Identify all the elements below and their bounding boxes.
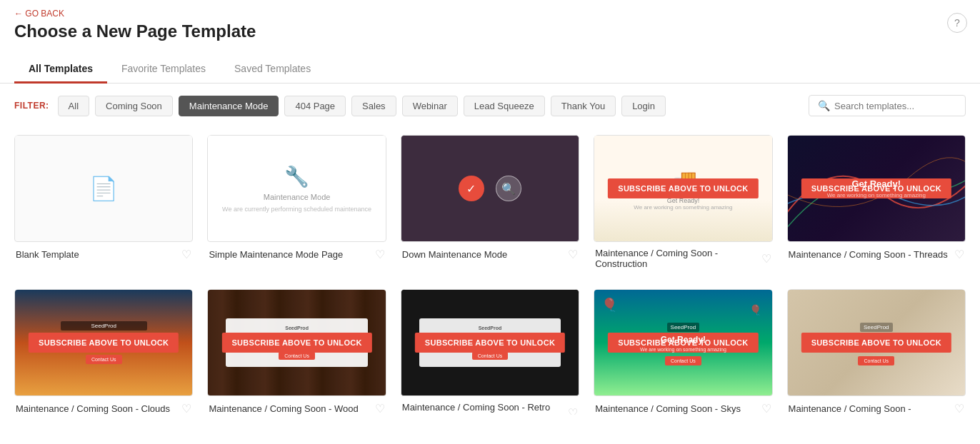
template-grid: 📄 Blank Template ♡ 🔧 Maintenance Mode We… (0, 128, 980, 415)
template-name-skys: Maintenance / Coming Soon - Skys (595, 403, 741, 414)
favorite-icon-indoor[interactable]: ♡ (954, 402, 964, 415)
template-preview-simple: 🔧 Maintenance Mode We are currently perf… (207, 135, 386, 242)
filter-coming-soon[interactable]: Coming Soon (95, 96, 173, 116)
check-circle-icon: ✓ (459, 176, 484, 201)
template-name-threads: Maintenance / Coming Soon - Threads (789, 249, 948, 260)
tabs-row: All Templates Favorite Templates Saved T… (0, 56, 980, 84)
tab-all-templates[interactable]: All Templates (14, 56, 107, 84)
template-preview-wood: SeedProd Get Ready! We are working on so… (207, 289, 386, 396)
filter-label: FILTER: (14, 101, 49, 111)
card-footer-blank: Blank Template ♡ (14, 242, 193, 267)
favorite-icon-simple[interactable]: ♡ (375, 248, 385, 261)
clouds-cta: Contact Us (86, 355, 122, 364)
template-preview-indoor: SeedProd Get Ready! We are working on so… (787, 289, 966, 396)
skys-content: SeedProd Get Ready! We are working on so… (633, 313, 734, 373)
search-input[interactable] (834, 101, 956, 111)
search-box[interactable]: 🔍 (809, 95, 966, 116)
favorite-icon-blank[interactable]: ♡ (181, 248, 191, 261)
card-footer-clouds: Maintenance / Coming Soon - Clouds ♡ (14, 396, 193, 415)
construction-sub: We are working on something amazing (634, 204, 732, 211)
balloon-icon-2: 🎈 (749, 304, 761, 316)
template-preview-down: ✓ 🔍 (401, 135, 579, 242)
card-footer-retro: Maintenance / Coming Soon - Retro Study … (401, 396, 579, 415)
wrench-icon: 🔧 (284, 165, 309, 188)
favorite-icon-threads[interactable]: ♡ (954, 248, 964, 261)
card-footer-indoor: Maintenance / Coming Soon - ♡ (787, 396, 966, 415)
favorite-icon-down[interactable]: ♡ (568, 248, 578, 261)
template-name-clouds: Maintenance / Coming Soon - Clouds (16, 403, 170, 414)
template-name-construction: Maintenance / Coming Soon - Construction (595, 248, 761, 269)
action-icons: ✓ 🔍 (459, 176, 521, 201)
filter-row: FILTER: All Coming Soon Maintenance Mode… (0, 84, 980, 128)
template-card-simple[interactable]: 🔧 Maintenance Mode We are currently perf… (207, 135, 386, 275)
card-footer-threads: Maintenance / Coming Soon - Threads ♡ (787, 242, 966, 267)
template-card-indoor[interactable]: SeedProd Get Ready! We are working on so… (787, 289, 966, 415)
template-card-wood[interactable]: SeedProd Get Ready! We are working on so… (207, 289, 386, 415)
skys-get-ready: Get Ready! (640, 335, 726, 345)
card-footer-skys: Maintenance / Coming Soon - Skys ♡ (594, 396, 772, 415)
template-name-down: Down Maintenance Mode (402, 249, 507, 260)
template-preview-clouds: SeedProd Get Ready! We are working on so… (14, 289, 193, 396)
threads-content: Get Ready! We are working on something a… (827, 178, 926, 198)
wood-cta: Contact Us (279, 352, 315, 360)
retro-cta: Contact Us (472, 352, 509, 360)
subscribe-overlay-construction: SUBSCRIBE ABOVE TO UNLOCK (608, 178, 758, 198)
template-preview-skys: SeedProd Get Ready! We are working on so… (594, 289, 772, 396)
help-icon[interactable]: ? (947, 13, 967, 33)
tab-favorite-templates[interactable]: Favorite Templates (107, 56, 220, 84)
template-name-indoor: Maintenance / Coming Soon - (789, 403, 911, 414)
tab-saved-templates[interactable]: Saved Templates (220, 56, 325, 84)
page-title: Choose a New Page Template (14, 21, 966, 41)
card-footer-construction: Maintenance / Coming Soon - Construction… (594, 242, 772, 275)
template-card-skys[interactable]: SeedProd Get Ready! We are working on so… (594, 289, 772, 415)
template-card-threads[interactable]: Get Ready! We are working on something a… (787, 135, 966, 275)
blank-file-icon: 📄 (89, 175, 118, 202)
favorite-icon-construction[interactable]: ♡ (761, 252, 771, 266)
filter-maintenance-mode[interactable]: Maintenance Mode (179, 96, 279, 116)
filter-lead-squeeze[interactable]: Lead Squeeze (464, 96, 545, 116)
subscribe-overlay-clouds: SUBSCRIBE ABOVE TO UNLOCK (29, 333, 179, 353)
favorite-icon-retro[interactable]: ♡ (568, 406, 578, 415)
template-card-retro[interactable]: SeedProd Get Ready! We are working on so… (401, 289, 579, 415)
indoor-logo: SeedProd (860, 323, 893, 332)
skys-cta: Contact Us (665, 356, 701, 365)
search-icon: 🔍 (818, 100, 830, 111)
template-preview-threads: Get Ready! We are working on something a… (787, 135, 966, 242)
filter-all[interactable]: All (58, 96, 89, 116)
filter-404[interactable]: 404 Page (284, 96, 346, 116)
template-card-construction[interactable]: 🚚 Get Ready! We are working on something… (594, 135, 772, 275)
template-name-wood: Maintenance / Coming Soon - Wood (209, 403, 358, 414)
top-bar: ← GO BACK Choose a New Page Template (0, 0, 980, 44)
template-name-simple: Simple Maintenance Mode Page (209, 249, 343, 260)
template-card-down[interactable]: ✓ 🔍 Down Maintenance Mode ♡ (401, 135, 579, 275)
favorite-icon-wood[interactable]: ♡ (375, 402, 385, 415)
get-ready-threads: Get Ready! (827, 178, 926, 189)
maintenance-sub-text: We are currently performing scheduled ma… (222, 206, 371, 213)
skys-sub: We are working on something amazing (640, 347, 726, 352)
filter-login[interactable]: Login (621, 96, 666, 116)
template-preview-retro: SeedProd Get Ready! We are working on so… (401, 289, 579, 396)
retro-logo: SeedProd (429, 326, 551, 331)
template-preview-blank: 📄 (14, 135, 193, 242)
wood-logo: SeedProd (236, 326, 358, 331)
favorite-icon-clouds[interactable]: ♡ (181, 402, 191, 415)
filter-sales[interactable]: Sales (351, 96, 396, 116)
filter-thank-you[interactable]: Thank You (551, 96, 616, 116)
skys-logo: SeedProd (667, 323, 700, 332)
template-name-blank: Blank Template (16, 249, 79, 260)
balloon-icon: 🎈 (601, 297, 617, 313)
card-footer-wood: Maintenance / Coming Soon - Wood ♡ (207, 396, 386, 415)
template-card-clouds[interactable]: SeedProd Get Ready! We are working on so… (14, 289, 193, 415)
favorite-icon-skys[interactable]: ♡ (761, 402, 771, 415)
template-preview-construction: 🚚 Get Ready! We are working on something… (594, 135, 772, 242)
indoor-cta: Contact Us (858, 356, 894, 365)
template-card-blank[interactable]: 📄 Blank Template ♡ (14, 135, 193, 275)
card-footer-down: Down Maintenance Mode ♡ (401, 242, 579, 267)
maintenance-label: Maintenance Mode (264, 193, 331, 201)
seedprod-badge-clouds: SeedProd (61, 321, 147, 331)
go-back-link[interactable]: ← GO BACK (14, 9, 966, 19)
search-circle-icon: 🔍 (496, 176, 521, 201)
subscribe-overlay-indoor: SUBSCRIBE ABOVE TO UNLOCK (801, 333, 951, 353)
subscribe-overlay-retro: SUBSCRIBE ABOVE TO UNLOCK (415, 333, 565, 353)
filter-webinar[interactable]: Webinar (402, 96, 458, 116)
